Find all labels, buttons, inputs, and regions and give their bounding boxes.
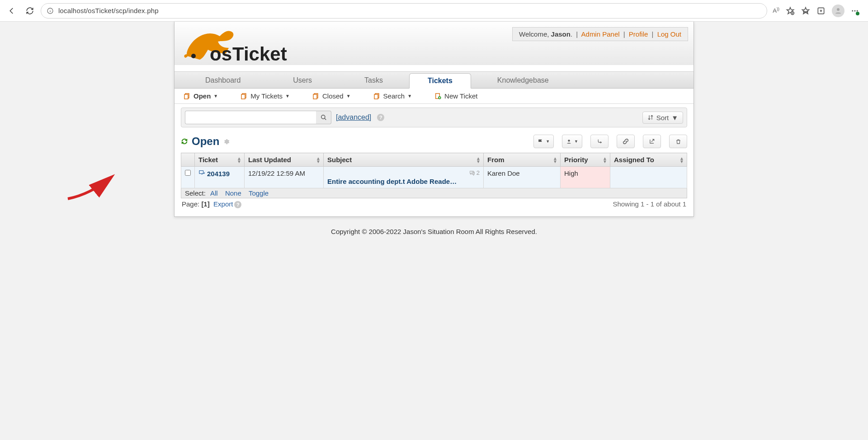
profile-link[interactable]: Profile [629,30,648,38]
document-stack-icon [184,93,191,100]
col-subject[interactable]: Subject▲▼ [324,153,484,167]
search-input[interactable] [185,111,316,124]
caret-down-icon: ▼ [346,94,351,98]
select-all-link[interactable]: All [210,189,218,197]
profile-avatar-icon[interactable] [832,5,844,17]
assign-action-button[interactable]: ▼ [562,135,582,148]
welcome-box: Welcome, Jason. | Admin Panel | Profile … [512,27,688,41]
subnav-new-ticket[interactable]: New Ticket [434,92,477,100]
logout-link[interactable]: Log Out [657,30,681,38]
col-ticket[interactable]: Ticket▲▼ [195,153,245,167]
export-action-button[interactable] [643,135,661,148]
cell-updated: 12/19/22 12:59 AM [245,167,324,188]
more-menu-icon[interactable] [851,7,859,15]
url-text: localhost/osTicket/scp/index.php [58,7,159,14]
table-row[interactable]: 204139 12/19/22 12:59 AM Entire accounti… [181,167,687,188]
pagination-row: Page: [1] Export? Showing 1 - 1 of about… [181,198,687,210]
copyright: Copyright © 2006-2022 Jason's Situation … [0,228,868,235]
cell-from: Karen Doe [484,167,561,188]
back-button[interactable] [5,4,19,18]
refresh-icon[interactable] [181,138,188,145]
content-area: Open ▼ ▼ [175,131,693,216]
admin-panel-link[interactable]: Admin Panel [581,30,620,38]
reply-icon [198,169,205,176]
flag-action-button[interactable]: ▼ [533,135,554,148]
cell-priority: High [561,167,610,188]
svg-rect-15 [184,94,188,99]
export-link[interactable]: Export [213,200,233,208]
svg-point-11 [191,54,196,58]
gear-icon[interactable] [223,138,230,145]
site-info-icon[interactable] [47,7,54,14]
tab-tickets[interactable]: Tickets [409,73,471,89]
svg-rect-21 [374,94,378,99]
document-stack-icon [312,93,320,100]
svg-point-10 [857,10,858,11]
ticket-table: Ticket▲▼ Last Updated▲▼ Subject▲▼ From▲▼… [181,153,687,188]
document-stack-icon [373,93,381,100]
caret-down-icon: ▼ [671,114,678,122]
link-action-button[interactable] [617,135,635,148]
app-container: Welcome, Jason. | Admin Panel | Profile … [174,22,694,217]
collections-icon[interactable] [816,6,826,15]
select-none-link[interactable]: None [225,189,241,197]
showing-text: Showing 1 - 1 of about 1 [613,200,686,208]
tab-tasks[interactable]: Tasks [338,73,409,88]
tab-knowledgebase[interactable]: Knowledgebase [471,73,575,88]
sub-nav: Open▼ My Tickets▼ Closed▼ Search▼ New Ti… [175,89,693,104]
tab-users[interactable]: Users [267,73,338,88]
table-header-row: Ticket▲▼ Last Updated▲▼ Subject▲▼ From▲▼… [181,153,687,167]
sort-button[interactable]: Sort ▼ [642,112,683,124]
refresh-button[interactable] [23,4,37,18]
svg-point-24 [321,115,325,119]
subnav-closed[interactable]: Closed▼ [312,92,351,100]
advanced-search-link[interactable]: [advanced] [336,113,371,122]
col-assigned[interactable]: Assigned To▲▼ [610,153,687,167]
ticket-action-bar: ▼ ▼ [533,135,687,148]
select-toggle-link[interactable]: Toggle [249,189,269,197]
delete-action-button[interactable] [669,135,687,148]
search-row: [advanced] ? Sort ▼ [181,108,687,127]
favorite-add-icon[interactable] [786,6,795,15]
caret-down-icon: ▼ [285,94,290,98]
search-button[interactable] [316,111,331,124]
subnav-my-tickets[interactable]: My Tickets▼ [241,92,290,100]
annotation-arrow [63,174,122,206]
document-plus-icon [434,93,442,100]
svg-line-25 [324,118,326,120]
select-row: Select: All None Toggle [181,188,687,198]
svg-rect-19 [313,94,317,99]
svg-point-8 [852,10,853,11]
user-name: Jason [551,30,571,38]
main-tabs: Dashboard Users Tasks Tickets Knowledgeb… [175,71,693,89]
cell-assigned [610,167,687,188]
svg-rect-17 [241,94,245,99]
subnav-open[interactable]: Open▼ [184,92,218,100]
favorites-icon[interactable] [801,6,810,15]
col-updated[interactable]: Last Updated▲▼ [245,153,324,167]
svg-text:os: os [210,43,232,65]
caret-down-icon: ▼ [407,94,412,98]
welcome-text: Welcome, [519,30,551,38]
svg-point-9 [854,10,856,11]
cell-subject[interactable]: Entire accounting dept.t Adobe Reade… 2 [324,167,484,188]
subnav-search[interactable]: Search▼ [373,92,412,100]
app-header: Welcome, Jason. | Admin Panel | Profile … [175,22,693,65]
transfer-action-button[interactable] [590,135,609,148]
tab-dashboard[interactable]: Dashboard [179,73,267,88]
svg-point-7 [837,8,840,11]
col-priority[interactable]: Priority▲▼ [561,153,610,167]
address-bar[interactable]: localhost/osTicket/scp/index.php [41,3,767,19]
browser-right-icons: A)) [771,5,863,17]
page-current: [1] [201,200,209,208]
reply-count: 2 [469,169,480,176]
help-icon[interactable]: ? [234,201,241,208]
col-from[interactable]: From▲▼ [484,153,561,167]
read-aloud-icon[interactable]: A)) [773,7,779,14]
svg-text:Ticket: Ticket [232,43,287,65]
help-icon[interactable]: ? [377,114,384,121]
svg-rect-27 [199,171,203,174]
browser-toolbar: localhost/osTicket/scp/index.php A)) [0,0,868,22]
row-checkbox[interactable] [185,170,191,176]
ticket-number-link[interactable]: 204139 [207,170,230,178]
